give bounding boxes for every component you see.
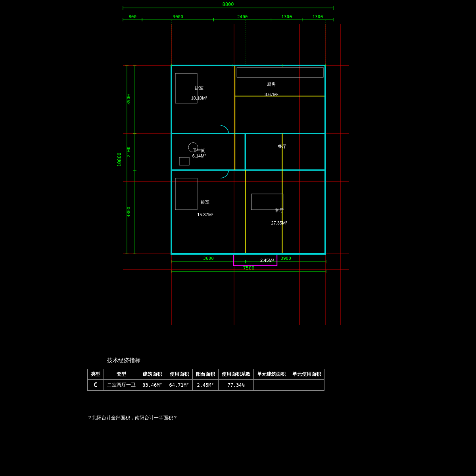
- col-header-balcony-area: 阳台面积: [193, 369, 219, 380]
- cell-building-area: 83.46M²: [139, 380, 166, 391]
- col-header-usage-ratio: 使用面积系数: [219, 369, 254, 380]
- cell-usable-area: 64.71M²: [166, 380, 193, 391]
- cell-suite: 二室两厅一卫: [104, 380, 139, 391]
- tech-title: 技术经济指标: [107, 357, 140, 364]
- col-header-usable-area: 使用面积: [166, 369, 193, 380]
- footnote: ？北阳台计全部面积，南阳台计一半面积？: [87, 415, 178, 421]
- col-header-building-area: 建筑面积: [139, 369, 166, 380]
- cell-unit-usable: [289, 380, 324, 391]
- cell-balcony-area: 2.45M²: [193, 380, 219, 391]
- col-header-type: 类型: [88, 369, 104, 380]
- col-header-unit-usable: 单元使用面积: [289, 369, 324, 380]
- cell-type: C: [88, 380, 104, 391]
- cell-unit-building: [254, 380, 289, 391]
- cell-usage-ratio: 77.34%: [219, 380, 254, 391]
- floor-plan-canvas: [0, 0, 476, 345]
- data-table: 类型 套型 建筑面积 使用面积 阳台面积 使用面积系数 单元建筑面积 单元使用面…: [87, 369, 324, 391]
- info-section: 技术经济指标 类型 套型 建筑面积 使用面积 阳台面积 使用面积系数 单元建筑面…: [0, 345, 476, 476]
- table-row: C 二室两厅一卫 83.46M² 64.71M² 2.45M² 77.34%: [88, 380, 324, 391]
- col-header-suite: 套型: [104, 369, 139, 380]
- col-header-unit-building: 单元建筑面积: [254, 369, 289, 380]
